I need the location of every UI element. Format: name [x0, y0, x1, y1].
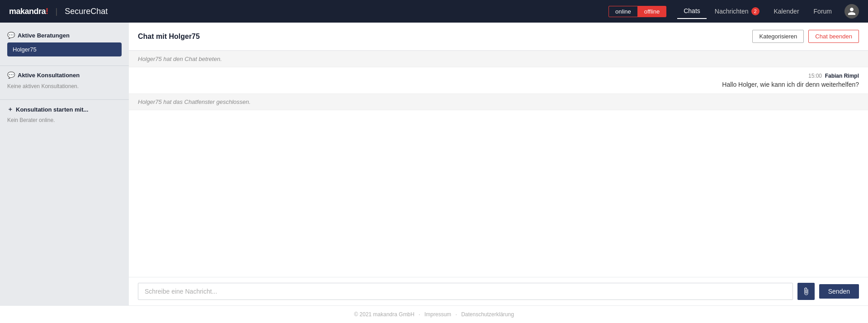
- nav-nachrichten[interactable]: Nachrichten 2: [708, 4, 766, 19]
- attach-button[interactable]: [797, 283, 815, 300]
- chat-beenden-button[interactable]: Chat beenden: [808, 30, 859, 43]
- nachrichten-badge: 2: [751, 7, 760, 15]
- system-message-1: Holger75 hat den Chat betreten.: [129, 51, 868, 67]
- message-bubble: Hallo Holger, wie kann ich dir denn weit…: [722, 81, 859, 88]
- active-beratungen-title: 💬 Aktive Beratungen: [7, 32, 122, 39]
- sidebar-item-holger75[interactable]: Holger75: [7, 42, 122, 56]
- sidebar-start-consultation: ＋ Konsultation starten mit... Kein Berat…: [0, 105, 129, 124]
- message-row: 15:00 Fabian Rimpl Hallo Holger, wie kan…: [129, 67, 868, 94]
- plus-icon: ＋: [7, 105, 13, 113]
- chat-area: Chat mit Holger75 Kategorisieren Chat be…: [129, 23, 868, 305]
- no-advisor-text: Kein Berater online.: [7, 116, 122, 124]
- footer-impressum-link[interactable]: Impressum: [425, 311, 451, 318]
- header: makandra! | SecureChat online offline Ch…: [0, 0, 868, 23]
- chat-title: Chat mit Holger75: [138, 33, 200, 41]
- footer-copyright: © 2021 makandra GmbH: [354, 311, 415, 318]
- logo: makandra! | SecureChat: [9, 7, 108, 16]
- send-button[interactable]: Senden: [819, 284, 859, 299]
- nav-kalender[interactable]: Kalender: [768, 4, 806, 19]
- nav-chats[interactable]: Chats: [677, 4, 707, 19]
- sidebar-divider-2: [0, 99, 129, 100]
- chat-header: Chat mit Holger75 Kategorisieren Chat be…: [129, 23, 868, 51]
- kategorisieren-button[interactable]: Kategorisieren: [752, 30, 804, 43]
- chat-input-area: Senden: [129, 277, 868, 305]
- logo-appname: SecureChat: [65, 7, 108, 16]
- chat-header-actions: Kategorisieren Chat beenden: [752, 30, 859, 43]
- nav-forum[interactable]: Forum: [807, 4, 838, 19]
- chat-input[interactable]: [138, 283, 793, 300]
- sidebar-aktive-konsultationen: 💬 Aktive Konsultationen Keine aktiven Ko…: [0, 71, 129, 90]
- header-nav: online offline Chats Nachrichten 2 Kalen…: [609, 4, 859, 19]
- sidebar-divider-1: [0, 66, 129, 66]
- sidebar: 💬 Aktive Beratungen Holger75 💬 Aktive Ko…: [0, 23, 129, 305]
- status-toggle: online offline: [609, 6, 666, 17]
- footer: © 2021 makandra GmbH · Impressum · Daten…: [0, 305, 868, 323]
- aktive-konsultationen-title: 💬 Aktive Konsultationen: [7, 71, 122, 79]
- avatar[interactable]: [844, 4, 859, 19]
- logo-separator: |: [56, 7, 58, 16]
- system-message-2: Holger75 hat das Chatfenster geschlossen…: [129, 94, 868, 110]
- konsultation-icon: 💬: [7, 71, 15, 79]
- logo-brand: makandra!: [9, 7, 48, 16]
- status-online-button[interactable]: online: [609, 6, 638, 17]
- no-consultations-text: Keine aktiven Konsultationen.: [7, 82, 122, 90]
- message-meta: 15:00 Fabian Rimpl: [808, 73, 859, 79]
- main-layout: 💬 Aktive Beratungen Holger75 💬 Aktive Ko…: [0, 23, 868, 305]
- status-offline-button[interactable]: offline: [638, 6, 666, 17]
- start-consultation-button[interactable]: ＋ Konsultation starten mit...: [7, 105, 122, 113]
- chat-icon: 💬: [7, 32, 15, 39]
- chat-messages: Holger75 hat den Chat betreten. 15:00 Fa…: [129, 51, 868, 277]
- sidebar-active-beratungen: 💬 Aktive Beratungen Holger75: [0, 32, 129, 56]
- footer-datenschutz-link[interactable]: Datenschutzerklärung: [461, 311, 514, 318]
